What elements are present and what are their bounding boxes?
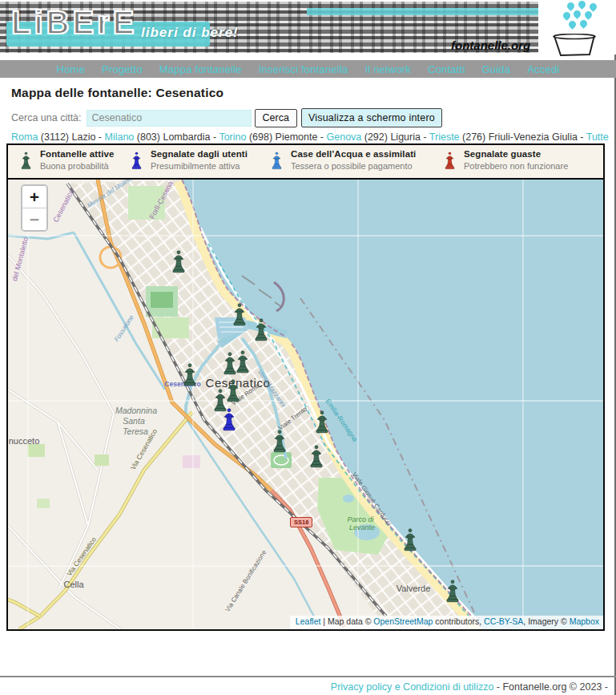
page-title: Mappa delle fontanelle: Cesenatico — [11, 86, 223, 100]
city-link-suffix: (698) Piemonte - — [246, 131, 326, 143]
legend-item: Fontanelle attiveBuona probabilità — [19, 149, 114, 171]
footer-text: - Fontanelle.org © 2023 - — [493, 681, 608, 693]
nav-item-inserisci-fontanella[interactable]: Inserisci fontanella — [259, 63, 348, 75]
legend-title: Fontanelle attive — [40, 149, 114, 159]
water-drop-icon — [562, 10, 572, 21]
zoom-control: + − — [21, 184, 48, 232]
legend-subtitle: Buona probabilità — [40, 161, 114, 171]
legend-title: Segnalate dagli utenti — [151, 149, 248, 159]
map-label: Santa — [123, 416, 145, 426]
city-search-input[interactable] — [87, 110, 252, 127]
map-label: nucceto — [9, 436, 40, 446]
zoom-out-button[interactable]: − — [22, 208, 46, 230]
city-link-milano[interactable]: Milano — [105, 131, 135, 143]
water-drop-icon — [578, 18, 589, 29]
city-link-trieste[interactable]: Trieste — [429, 131, 460, 143]
map-panel: Fontanelle attiveBuona probabilitàSegnal… — [6, 143, 605, 631]
page-footer: Privacy policy e Condizioni di utilizzo … — [0, 676, 616, 695]
attribution-link-mapbox[interactable]: Mapbox — [570, 616, 599, 626]
site-logo[interactable]: LiBErE — [11, 5, 137, 41]
legend-item: Segnalate guastePotrebbero non funzionar… — [443, 149, 568, 171]
nav-item-il-network[interactable]: Il network — [364, 63, 411, 75]
fountain-icon — [19, 152, 33, 170]
legend-subtitle: Presumibilmente attiva — [151, 161, 248, 171]
nav-item-contatti[interactable]: Contatti — [428, 63, 465, 75]
site-domain-label: fontanelle.org — [451, 38, 530, 52]
city-link-suffix: (803) Lombardia - — [134, 131, 219, 143]
water-drop-icon — [577, 0, 587, 10]
attribution-text: | Map data © — [320, 616, 373, 626]
attribution-link-openstreetmap[interactable]: OpenStreetMap — [373, 616, 433, 626]
legend-subtitle: Tessera o possibile pagamento — [291, 161, 416, 171]
site-tagline: liberi di bere! — [141, 25, 239, 41]
city-link-torino[interactable]: Torino — [219, 131, 246, 143]
search-button[interactable]: Cerca — [255, 109, 297, 127]
water-drop-icon — [566, 1, 576, 11]
map-label: Cella — [63, 580, 84, 589]
map-label: Madonnina — [115, 406, 157, 415]
map-attribution: Leaflet | Map data © OpenStreetMap contr… — [290, 616, 603, 629]
search-row: Cerca una città: Cerca Visualizza a sche… — [11, 108, 442, 127]
city-link-suffix: (276) Friuli-Venezia Giulia - — [460, 131, 586, 143]
water-drop-icon — [572, 9, 582, 19]
fountain-icon — [270, 152, 284, 170]
map-label: Parco di — [347, 515, 374, 523]
map-label: Teresa — [123, 426, 148, 436]
zoom-in-button[interactable]: + — [22, 186, 46, 208]
attribution-text: contributors, — [433, 616, 484, 626]
water-drop-icon — [588, 2, 598, 12]
nav-item-home[interactable]: Home — [57, 63, 85, 75]
search-label: Cerca una città: — [11, 112, 82, 123]
fullscreen-button[interactable]: Visualizza a schermo intero — [301, 108, 442, 127]
legend-title: Case dell'Acqua e assimilati — [291, 149, 416, 159]
city-link-genova[interactable]: Genova — [327, 131, 362, 143]
attribution-link-ccbysa[interactable]: CC-BY-SA — [484, 616, 523, 626]
legend-subtitle: Potrebbero non funzionare — [464, 161, 568, 171]
map-canvas[interactable]: CesenaticoCesenaticoMadonninaSantaTeresa… — [8, 180, 603, 629]
map-label: Valverde — [397, 584, 431, 593]
nav-item-accedi[interactable]: Accedi — [527, 63, 559, 75]
nav-item-guida[interactable]: Guida — [481, 63, 510, 75]
map-label: Levante — [349, 523, 375, 531]
legend-item: Segnalate dagli utentiPresumibilmente at… — [130, 149, 248, 171]
privacy-link[interactable]: Privacy policy e Condizioni di utilizzo — [331, 681, 494, 693]
map-artwork: CesenaticoCesenaticoMadonninaSantaTeresa… — [8, 180, 603, 629]
attribution-link-leaflet[interactable]: Leaflet — [296, 616, 321, 626]
legend-item: Case dell'Acqua e assimilatiTessera o po… — [270, 149, 416, 171]
teal-stripe — [307, 8, 538, 15]
cup-illustration — [542, 0, 616, 55]
city-link-suffix: (292) Liguria - — [361, 131, 429, 143]
fountain-icon — [130, 152, 143, 170]
fountain-icon — [443, 152, 457, 170]
nav-item-progetto[interactable]: Progetto — [102, 63, 143, 75]
city-link-roma[interactable]: Roma — [11, 131, 38, 143]
city-link-suffix: (3112) Lazio - — [38, 131, 104, 143]
water-drop-icon — [567, 19, 578, 30]
site-header: LiBErE liberi di bere! fontanelle.org — [0, 0, 616, 55]
nav-item-mappa-fontanelle[interactable]: Mappa fontanelle — [159, 63, 242, 75]
legend-title: Segnalate guaste — [464, 149, 568, 159]
map-legend: Fontanelle attiveBuona probabilitàSegnal… — [8, 145, 603, 180]
road-ref-badge: SS16 — [290, 517, 312, 527]
main-nav: HomeProgettoMappa fontanelleInserisci fo… — [0, 60, 616, 78]
attribution-text: , Imagery © — [523, 616, 569, 626]
cup-icon — [551, 34, 599, 58]
